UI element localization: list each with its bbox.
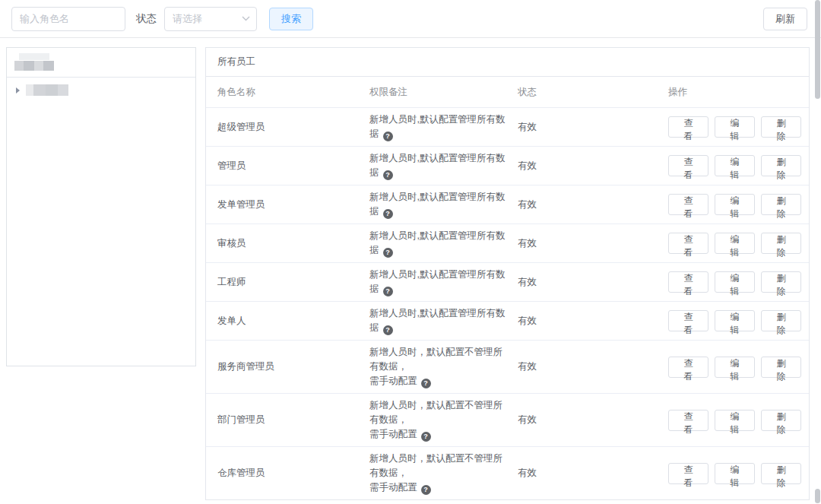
delete-button[interactable]: 删除 xyxy=(761,271,801,293)
operations-cell: 查看 编辑 删除 xyxy=(668,352,809,382)
view-button[interactable]: 查看 xyxy=(668,194,708,215)
role-name-cell: 服务商管理员 xyxy=(217,355,369,379)
help-icon[interactable]: ? xyxy=(421,432,431,442)
status-cell: 有效 xyxy=(518,355,668,379)
vertical-scrollbar-thumb[interactable] xyxy=(815,0,820,99)
role-name-cell: 发单人 xyxy=(217,309,369,333)
status-cell: 有效 xyxy=(518,116,668,139)
edit-button[interactable]: 编辑 xyxy=(715,116,755,138)
content-area: 所有员工 角色名称 权限备注 状态 操作 超级管理员 新增人员时,默认配置管理所… xyxy=(0,38,821,504)
edit-button[interactable]: 编辑 xyxy=(715,310,755,331)
chevron-down-icon xyxy=(242,16,250,21)
help-icon[interactable]: ? xyxy=(383,170,393,180)
help-icon[interactable]: ? xyxy=(383,209,393,219)
role-name-input[interactable] xyxy=(11,7,125,31)
search-button[interactable]: 搜索 xyxy=(269,8,313,30)
permission-note-cell: 新增人员时，默认配置不管理所有数据， 需手动配置? xyxy=(369,341,518,393)
status-cell: 有效 xyxy=(518,232,668,255)
status-cell: 有效 xyxy=(518,271,668,294)
table-row: 超级管理员 新增人员时,默认配置管理所有数据? 有效 查看 编辑 删除 xyxy=(206,107,809,146)
edit-button[interactable]: 编辑 xyxy=(715,410,755,431)
delete-button[interactable]: 删除 xyxy=(761,233,801,254)
role-tree-panel xyxy=(6,47,196,366)
operations-cell: 查看 编辑 删除 xyxy=(668,228,809,258)
role-name-cell: 仓库管理员 xyxy=(217,461,369,485)
role-name-cell: 超级管理员 xyxy=(217,116,369,139)
vertical-scrollbar-thumb[interactable] xyxy=(815,489,820,503)
status-label: 状态 xyxy=(136,12,157,26)
edit-button[interactable]: 编辑 xyxy=(715,357,755,378)
help-icon[interactable]: ? xyxy=(383,287,393,296)
view-button[interactable]: 查看 xyxy=(668,310,708,331)
edit-button[interactable]: 编辑 xyxy=(715,271,755,293)
refresh-button[interactable]: 刷新 xyxy=(763,8,807,30)
tree-panel-header xyxy=(7,48,195,78)
view-button[interactable]: 查看 xyxy=(668,410,708,431)
tree-node[interactable] xyxy=(7,78,195,96)
role-table: 所有员工 角色名称 权限备注 状态 操作 超级管理员 新增人员时,默认配置管理所… xyxy=(205,47,810,500)
help-icon[interactable]: ? xyxy=(383,132,393,141)
delete-button[interactable]: 删除 xyxy=(761,410,801,431)
caret-right-icon[interactable] xyxy=(16,87,20,94)
panel-title: 所有员工 xyxy=(206,48,809,77)
redacted-text xyxy=(14,61,188,71)
view-button[interactable]: 查看 xyxy=(668,357,708,378)
edit-button[interactable]: 编辑 xyxy=(715,155,755,176)
table-header-row: 角色名称 权限备注 状态 操作 xyxy=(206,77,809,107)
view-button[interactable]: 查看 xyxy=(668,233,708,254)
delete-button[interactable]: 删除 xyxy=(761,310,801,331)
table-row: 部门管理员 新增人员时，默认配置不管理所有数据， 需手动配置? 有效 查看 编辑… xyxy=(206,393,809,446)
role-table-panel: 所有员工 角色名称 权限备注 状态 操作 超级管理员 新增人员时,默认配置管理所… xyxy=(205,47,810,504)
permission-note-cell: 新增人员时,默认配置管理所有数据? xyxy=(369,108,518,146)
table-row: 仓库管理员 新增人员时，默认配置不管理所有数据， 需手动配置? 有效 查看 编辑… xyxy=(206,446,809,499)
status-cell: 有效 xyxy=(518,408,668,432)
table-row: 服务商管理员 新增人员时，默认配置不管理所有数据， 需手动配置? 有效 查看 编… xyxy=(206,340,809,393)
help-icon[interactable]: ? xyxy=(383,248,393,258)
column-header-permission-note: 权限备注 xyxy=(369,81,518,103)
operations-cell: 查看 编辑 删除 xyxy=(668,405,809,436)
table-row: 管理员 新增人员时,默认配置管理所有数据? 有效 查看 编辑 删除 xyxy=(206,146,809,185)
permission-note-cell: 新增人员时，默认配置不管理所有数据， 需手动配置? xyxy=(369,394,518,446)
redacted-text xyxy=(26,84,68,96)
delete-button[interactable]: 删除 xyxy=(761,357,801,378)
status-select[interactable]: 请选择 xyxy=(164,7,257,31)
role-name-cell: 发单管理员 xyxy=(217,193,369,217)
redacted-text xyxy=(19,53,49,60)
operations-cell: 查看 编辑 删除 xyxy=(668,189,809,220)
table-body: 超级管理员 新增人员时,默认配置管理所有数据? 有效 查看 编辑 删除 管理员 … xyxy=(206,107,809,499)
table-row: 审核员 新增人员时,默认配置管理所有数据? 有效 查看 编辑 删除 xyxy=(206,223,809,262)
delete-button[interactable]: 删除 xyxy=(761,116,801,138)
permission-note-cell: 新增人员时,默认配置管理所有数据? xyxy=(369,263,518,301)
permission-note-cell: 新增人员时,默认配置管理所有数据? xyxy=(369,185,518,223)
edit-button[interactable]: 编辑 xyxy=(715,463,755,484)
help-icon[interactable]: ? xyxy=(421,485,431,495)
view-button[interactable]: 查看 xyxy=(668,155,708,176)
column-header-role-name: 角色名称 xyxy=(217,81,369,103)
status-select-placeholder: 请选择 xyxy=(173,12,202,26)
role-management-page: 状态 请选择 搜索 刷新 xyxy=(0,0,821,504)
edit-button[interactable]: 编辑 xyxy=(715,194,755,215)
search-toolbar: 状态 请选择 搜索 刷新 xyxy=(0,0,821,38)
view-button[interactable]: 查看 xyxy=(668,116,708,138)
column-header-status: 状态 xyxy=(518,81,668,103)
role-name-cell: 审核员 xyxy=(217,232,369,255)
status-cell: 有效 xyxy=(518,193,668,217)
edit-button[interactable]: 编辑 xyxy=(715,233,755,254)
permission-note-cell: 新增人员时,默认配置管理所有数据? xyxy=(369,302,518,340)
role-name-cell: 管理员 xyxy=(217,154,369,178)
delete-button[interactable]: 删除 xyxy=(761,155,801,176)
operations-cell: 查看 编辑 删除 xyxy=(668,306,809,336)
status-cell: 有效 xyxy=(518,309,668,333)
table-row: 发单管理员 新增人员时,默认配置管理所有数据? 有效 查看 编辑 删除 xyxy=(206,185,809,223)
view-button[interactable]: 查看 xyxy=(668,271,708,293)
delete-button[interactable]: 删除 xyxy=(761,463,801,484)
view-button[interactable]: 查看 xyxy=(668,463,708,484)
help-icon[interactable]: ? xyxy=(383,325,393,335)
role-name-cell: 工程师 xyxy=(217,271,369,294)
operations-cell: 查看 编辑 删除 xyxy=(668,112,809,142)
permission-note-cell: 新增人员时,默认配置管理所有数据? xyxy=(369,224,518,262)
help-icon[interactable]: ? xyxy=(421,379,431,388)
permission-note-cell: 新增人员时，默认配置不管理所有数据， 需手动配置? xyxy=(369,447,518,499)
delete-button[interactable]: 删除 xyxy=(761,194,801,215)
status-cell: 有效 xyxy=(518,154,668,178)
